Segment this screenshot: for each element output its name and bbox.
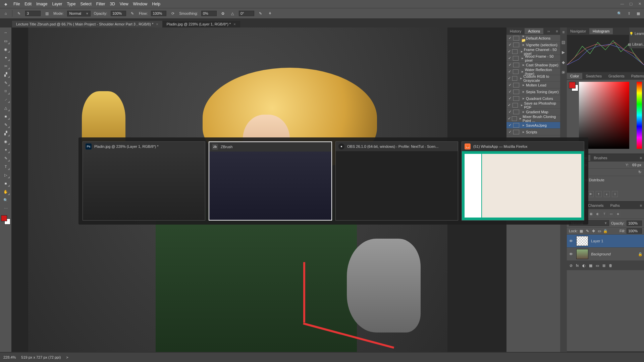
filter-type-icon[interactable]: T [602, 211, 607, 217]
action-item[interactable]: ✓ ▸ SaveAsJpeg [506, 122, 560, 129]
eraser-tool[interactable]: ✎ [1, 121, 10, 128]
action-item[interactable]: ✓ ▸ Molten Lead [506, 82, 560, 88]
adjustment-icon[interactable]: ▦ [589, 263, 592, 268]
dialog-toggle[interactable] [513, 43, 519, 47]
frame-tool[interactable]: ▞ [1, 71, 10, 78]
check-icon[interactable]: ✓ [506, 130, 513, 134]
panel-icon[interactable]: ▤ [560, 39, 567, 46]
tab-patterns[interactable]: Patterns [628, 73, 644, 79]
chevron-right-icon[interactable]: ▸ [521, 43, 526, 47]
fg-bg-color[interactable] [1, 215, 10, 225]
window-min[interactable]: — [619, 1, 625, 7]
airbrush-icon[interactable]: ⟳ [170, 10, 176, 16]
tab-swatches[interactable]: Swatches [582, 73, 605, 79]
collapse-icon[interactable]: ›› [545, 29, 552, 33]
trash-icon[interactable]: 🗑 [609, 263, 612, 267]
chevron-right-icon[interactable]: ▸ [521, 56, 525, 60]
chevron-right-icon[interactable]: ▸ [521, 123, 526, 127]
tab-navigator[interactable]: Navigator [567, 28, 589, 34]
doc-tab-2[interactable]: Pladin.jpg @ 228% (Layer 1, RGB/8*) * × [163, 21, 240, 27]
dialog-toggle[interactable] [513, 130, 519, 134]
tab-gradients[interactable]: Gradients [605, 73, 628, 79]
align-right-icon[interactable]: ⫸ [588, 191, 594, 197]
link-layers-icon[interactable]: ⊘ [570, 263, 573, 268]
menu-help[interactable]: Help [152, 2, 160, 6]
pen-tool[interactable]: ✎ [1, 155, 10, 162]
path-tool[interactable]: ▷ [1, 171, 10, 179]
symmetry-icon[interactable]: ⚘ [267, 10, 273, 16]
move-tool[interactable]: ↔ [1, 29, 10, 36]
check-icon[interactable]: ✓ [506, 36, 513, 40]
tab-histogram[interactable]: Histogram [589, 28, 613, 34]
alttab-window[interactable]: 🦊 (51) WhatsApp — Mozilla Firefox [462, 141, 584, 221]
chevron-right-icon[interactable]: ▸ [521, 130, 526, 134]
pressure-size-icon[interactable]: ✎ [258, 10, 264, 16]
check-icon[interactable]: ✓ [506, 110, 513, 114]
gradient-tool[interactable]: ▞ [1, 129, 10, 137]
crop-tool[interactable]: ✂ [1, 62, 10, 70]
panel-icon[interactable]: ≡ [560, 29, 567, 36]
fx-icon[interactable]: fx [576, 263, 579, 267]
lock-all-icon[interactable]: 🔒 [603, 229, 608, 233]
panel-menu-icon[interactable]: ≡ [554, 29, 560, 33]
search-icon[interactable]: 🔍 [616, 10, 623, 16]
doc-tab-1[interactable]: Lecture Title Zbrush.psd @ 66.7% ( Main … [12, 21, 163, 27]
flow-input[interactable]: 100% [151, 11, 166, 16]
blur-tool[interactable]: ◉ [1, 138, 10, 145]
chevron-right-icon[interactable]: ▸ [519, 76, 523, 80]
menu-file[interactable]: File [13, 2, 20, 6]
shape-tool[interactable]: ■ [1, 180, 10, 187]
menu-select[interactable]: Select [80, 2, 91, 6]
brush-tool[interactable]: ⟋ [1, 96, 10, 103]
home-icon[interactable]: ⌂ [3, 10, 9, 16]
layer-row[interactable]: 👁 Layer 1 [567, 235, 644, 248]
chevron-right-icon[interactable]: ▸ [521, 110, 526, 114]
dialog-toggle[interactable] [513, 36, 519, 41]
lock-trans-icon[interactable]: ▦ [579, 229, 584, 233]
lock-pixel-icon[interactable]: ✎ [585, 229, 590, 233]
check-icon[interactable]: ✓ [506, 89, 513, 94]
dialog-toggle[interactable] [513, 83, 519, 87]
action-item[interactable]: ✓ ▸ Wood Frame - 50 pixel [506, 55, 560, 62]
doc-info[interactable]: 519 px x 727 px (72 ppi) [21, 355, 61, 359]
alttab-window[interactable]: Ps Pladin.jpg @ 228% (Layer 1, RGB/8*) * [83, 141, 205, 221]
menu-filter[interactable]: Filter [96, 2, 105, 6]
alttab-window[interactable]: ● OBS 26.1.0 (64-bit, windows) - Profile… [335, 141, 458, 221]
rotate-icon[interactable]: ↻ [638, 170, 641, 174]
hand-tool[interactable]: ✋ [1, 188, 10, 195]
filter-pixel-icon[interactable]: ▦ [588, 211, 594, 217]
dialog-toggle[interactable] [513, 69, 519, 74]
menu-image[interactable]: Image [36, 2, 47, 6]
filter-shape-icon[interactable]: ▭ [608, 211, 614, 217]
check-icon[interactable]: ✓ [506, 69, 513, 74]
panel-menu-icon[interactable]: ≡ [638, 203, 644, 207]
visibility-icon[interactable]: 👁 [568, 239, 574, 243]
check-icon[interactable]: ✓ [506, 116, 512, 121]
dialog-toggle[interactable] [512, 116, 517, 121]
filter-smart-icon[interactable]: ◈ [615, 211, 621, 217]
marquee-tool[interactable]: ▭ [1, 37, 10, 45]
chevron-right-icon[interactable]: ▸ [521, 96, 526, 101]
layer-row[interactable]: 👁 Background 🔒 [567, 248, 644, 261]
dialog-toggle[interactable] [513, 96, 519, 101]
workspace-icon[interactable]: ▦ [635, 10, 641, 16]
type-tool[interactable]: T [1, 163, 10, 170]
tab-brushes[interactable]: Brushes [590, 155, 610, 161]
dodge-tool[interactable]: ✦ [1, 146, 10, 154]
action-item[interactable]: ✓ ▸ Scripts [506, 129, 560, 135]
edit-toolbar[interactable]: ⋯ [1, 205, 10, 212]
action-item[interactable]: ✓ ▸ Custom RGB to Grayscale [506, 75, 560, 82]
history-brush-tool[interactable]: ■ [1, 113, 10, 120]
zoom-value[interactable]: 228.4% [3, 355, 16, 359]
zoom-tool[interactable]: 🔍 [1, 196, 10, 204]
dialog-toggle[interactable] [513, 89, 519, 94]
action-item[interactable]: ✓ ▸ 📁 Default Actions [506, 35, 560, 42]
window-close[interactable]: ✕ [637, 1, 643, 7]
dialog-toggle[interactable] [513, 123, 519, 128]
check-icon[interactable]: ✓ [506, 123, 513, 127]
align-bottom-icon[interactable]: ⫱ [612, 191, 618, 197]
window-max[interactable]: ▢ [628, 1, 634, 7]
play-icon[interactable]: ▶ [560, 49, 567, 56]
pressure-opacity-icon[interactable]: ✎ [129, 10, 136, 16]
wand-tool[interactable]: ✦ [1, 54, 10, 61]
